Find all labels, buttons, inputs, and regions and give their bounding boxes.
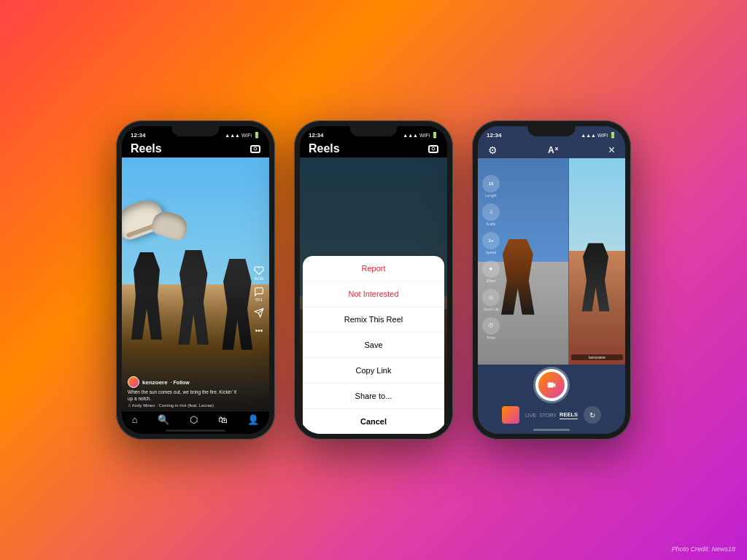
side-actions-1: 823k 551 ••• (254, 265, 264, 335)
status-time-2: 12:34 (309, 132, 323, 139)
preview-video-right: kenzoere (568, 158, 625, 365)
status-time-1: 12:34 (131, 132, 145, 139)
record-button[interactable] (535, 369, 568, 401)
mode-live[interactable]: LIVE (525, 413, 536, 418)
reels-title-2: Reels (309, 142, 340, 155)
action-remix[interactable]: Remix This Reel (303, 307, 444, 332)
phone-2-screen: 12:34 ▲▲▲ WiFi 🔋 Reels (300, 126, 447, 434)
notch-3 (528, 126, 576, 136)
camera-header-3: ⚙ Aˣ × (478, 141, 625, 158)
battery-icon-3: 🔋 (609, 132, 616, 139)
like-action[interactable]: 823k (254, 265, 264, 281)
more-action[interactable]: ••• (255, 327, 263, 335)
camera-bottom-bar: LIVE STORY REELS ↻ (478, 365, 625, 434)
video-content-1: 823k 551 ••• (122, 158, 269, 411)
share-action[interactable] (254, 308, 264, 321)
phone-1: 12:34 ▲▲▲ WiFi 🔋 Reels (116, 120, 275, 440)
ctrl-touchup[interactable]: ◎ Touch Up (482, 289, 500, 311)
camera-person (496, 239, 540, 334)
signal-icon: ▲▲▲ (225, 133, 240, 138)
preview-username: kenzoere (571, 354, 623, 360)
like-count: 823k (254, 276, 263, 281)
action-copy[interactable]: Copy Link (303, 358, 444, 384)
flip-camera-button[interactable]: ↻ (584, 406, 601, 424)
nav-shop[interactable]: 🛍 (218, 414, 228, 425)
ctrl-speed[interactable]: 1× Speed (482, 232, 500, 254)
action-report[interactable]: Report (303, 256, 444, 281)
ctrl-length[interactable]: 15 Length (482, 175, 500, 198)
mode-story[interactable]: STORY (539, 413, 557, 418)
battery-icon-2: 🔋 (431, 132, 438, 139)
comment-count: 551 (255, 298, 263, 302)
nav-reels[interactable]: ⬡ (190, 414, 198, 425)
action-sheet: Report Not Interested Remix This Reel Sa… (303, 256, 444, 434)
phone-3: 12:34 ▲▲▲ WiFi 🔋 ⚙ Aˣ × (472, 120, 631, 440)
action-save[interactable]: Save (303, 332, 444, 358)
wifi-icon-2: WiFi (419, 133, 430, 138)
camera-controls-left: 15 Length ♫ Audio (482, 175, 500, 340)
ctrl-effect[interactable]: ✦ Effect (482, 260, 500, 283)
nav-search[interactable]: 🔍 (158, 414, 169, 425)
video-info-overlay: kenzoere · Follow When the sun comes out… (122, 372, 247, 411)
caption-1: When the sun comes out, we bring the fir… (128, 389, 241, 402)
notch-1 (172, 126, 220, 136)
phones-container: 12:34 ▲▲▲ WiFi 🔋 Reels (116, 120, 631, 440)
wifi-icon: WiFi (241, 133, 252, 138)
camera-button-1[interactable] (250, 145, 260, 153)
ctrl-audio[interactable]: ♫ Audio (482, 203, 500, 226)
photo-credit: Photo Credit: News18 (671, 545, 735, 553)
nav-profile[interactable]: 👤 (247, 414, 259, 425)
status-icons-2: ▲▲▲ WiFi 🔋 (403, 132, 438, 139)
bottom-nav-1: ⌂ 🔍 ⬡ 🛍 👤 (122, 411, 269, 429)
user-avatar-1 (128, 376, 139, 388)
settings-icon[interactable]: ⚙ (488, 144, 498, 156)
follow-btn-1[interactable]: · Follow (171, 380, 190, 385)
phone-3-screen: 12:34 ▲▲▲ WiFi 🔋 ⚙ Aˣ × (478, 126, 625, 434)
reels-header-1: Reels (122, 141, 269, 158)
mode-reels[interactable]: REELS (560, 411, 578, 419)
phone-1-screen: 12:34 ▲▲▲ WiFi 🔋 Reels (122, 126, 269, 434)
nav-home[interactable]: ⌂ (132, 414, 138, 425)
signal-icon-3: ▲▲▲ (581, 133, 596, 138)
main-background: 12:34 ▲▲▲ WiFi 🔋 Reels (0, 0, 747, 560)
status-time-3: 12:34 (487, 132, 501, 139)
camera-button-2[interactable] (428, 145, 438, 153)
comment-action[interactable]: 551 (254, 287, 264, 302)
status-icons-3: ▲▲▲ WiFi 🔋 (581, 132, 616, 139)
username-1: kenzoere (142, 379, 168, 386)
phone-2: 12:34 ▲▲▲ WiFi 🔋 Reels (294, 120, 453, 440)
action-not-interested[interactable]: Not Interested (303, 281, 444, 307)
battery-icon: 🔋 (253, 132, 260, 139)
music-1: ♫ Andy Mineo · Coming in Hot (feat. Lecr… (128, 403, 241, 408)
reels-title-1: Reels (131, 142, 162, 155)
wifi-icon-3: WiFi (597, 133, 608, 138)
notch-2 (350, 126, 398, 136)
signal-icon-2: ▲▲▲ (403, 133, 418, 138)
flash-button[interactable]: Aˣ (548, 145, 558, 155)
gallery-thumb[interactable] (502, 406, 519, 424)
mode-selector: LIVE STORY REELS ↻ (502, 406, 601, 424)
reels-header-2: Reels (300, 141, 447, 158)
camera-content-3: kenzoere 15 Length (478, 158, 625, 365)
status-icons-1: ▲▲▲ WiFi 🔋 (225, 132, 260, 139)
action-cancel[interactable]: Cancel (303, 409, 444, 434)
action-share[interactable]: Share to... (303, 384, 444, 409)
ctrl-timer[interactable]: ⏱ Timer (482, 317, 500, 340)
close-button[interactable]: × (608, 144, 615, 157)
video-bg-2: Report Not Interested Remix This Reel Sa… (300, 158, 447, 434)
